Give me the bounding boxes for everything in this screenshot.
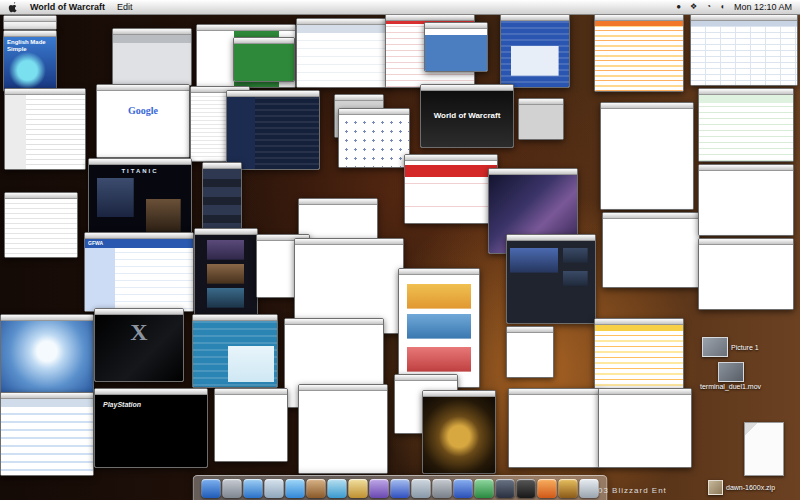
keychain-icon[interactable]: ● [676, 3, 681, 11]
window-thumbnail-browser2[interactable] [0, 392, 94, 476]
window-thumbnail-plain[interactable] [698, 164, 794, 236]
window-body [399, 275, 479, 387]
window-thumbnail-plain[interactable] [508, 388, 602, 468]
window-body [234, 44, 294, 81]
window-thumbnail-plain[interactable] [506, 326, 554, 378]
window-body [507, 333, 553, 377]
window-body [1, 399, 93, 475]
window-thumbnail-plain[interactable] [214, 388, 288, 462]
window-thumbnail-macosx[interactable]: X [94, 308, 184, 382]
airport-icon[interactable]: ◔ [706, 3, 711, 11]
window-thumbnail-video-dark[interactable] [506, 234, 596, 324]
window-thumbnail-plain[interactable] [698, 238, 794, 310]
window-thumbnail-plain[interactable] [298, 384, 388, 474]
window-thumbnail-blue-portal[interactable] [500, 14, 570, 88]
window-thumbnail-wow-banner[interactable]: World of Warcraft [420, 84, 514, 148]
window-thumbnail-grey-small[interactable] [518, 98, 564, 140]
apple-menu[interactable] [8, 1, 18, 13]
menu-edit[interactable]: Edit [117, 2, 133, 12]
dock-item-mail[interactable] [265, 479, 284, 498]
apple-icon [8, 1, 18, 13]
dock-item-finder[interactable] [202, 479, 221, 498]
window-body [4, 22, 56, 29]
window-thumbnail-google[interactable]: Google [96, 84, 190, 158]
window-thumbnail-teal[interactable] [192, 314, 278, 388]
menu-bar-status-area: ●❖◔◖ Mon 12:10 AM [676, 2, 792, 12]
dock-item-quicktime[interactable] [391, 479, 410, 498]
window-body [601, 109, 693, 209]
app-menu-title[interactable]: World of Warcraft [30, 2, 105, 12]
window-thumbnail-wow-logo[interactable] [422, 390, 496, 474]
dock-item-trash[interactable] [580, 479, 599, 498]
window-thumbnail-plain[interactable] [598, 388, 692, 468]
window-thumbnail-portal-warm[interactable] [594, 14, 684, 92]
window-thumbnail-tree[interactable] [4, 88, 86, 170]
window-body [5, 199, 77, 257]
window-thumbnail-playstation[interactable]: PlayStation [94, 388, 208, 468]
window-label: PlayStation [95, 395, 207, 408]
dock-item-system-preferences[interactable] [433, 479, 452, 498]
window-thumbnail-green[interactable] [233, 37, 295, 82]
status-icons: ●❖◔◖ [676, 3, 725, 11]
dock-item-imovie[interactable] [370, 479, 389, 498]
window-thumbnail-book[interactable]: English Made Simple [3, 30, 57, 92]
window-thumbnail-red-banner[interactable] [404, 154, 498, 224]
dock-item-ichat[interactable] [286, 479, 305, 498]
window-body [595, 21, 683, 91]
dock-item-itunes[interactable] [328, 479, 347, 498]
dock-item-preview[interactable] [412, 479, 431, 498]
menu-clock[interactable]: Mon 12:10 AM [734, 2, 792, 12]
window-thumbnail-busy-warm[interactable] [594, 318, 684, 398]
window-body [1, 321, 93, 393]
window-thumbnail-field[interactable] [3, 15, 57, 30]
window-body [195, 235, 257, 317]
window-body [339, 115, 409, 167]
dock [193, 475, 608, 500]
window-label: TITANIC [89, 168, 191, 174]
volume-icon[interactable]: ◖ [720, 3, 725, 11]
window-label: X [95, 319, 183, 346]
window-thumbnail-table[interactable] [690, 14, 798, 86]
window-label: World of Warcraft [421, 111, 513, 120]
window-body [507, 241, 595, 323]
window-body [699, 95, 793, 161]
dock-item-grab[interactable] [223, 479, 242, 498]
window-label: GFWA [85, 239, 193, 247]
window-body: English Made Simple [4, 37, 56, 91]
window-thumbnail-grey-app[interactable] [112, 28, 192, 86]
window-body: World of Warcraft [421, 91, 513, 147]
window-thumbnail-blue-content[interactable] [424, 22, 488, 72]
window-thumbnail-navy[interactable] [226, 90, 320, 170]
displays-icon[interactable]: ❖ [690, 3, 697, 11]
dock-item-wow[interactable] [559, 479, 578, 498]
window-thumbnail-comic[interactable] [398, 268, 480, 388]
window-body: PlayStation [95, 395, 207, 467]
dock-item-safari[interactable] [244, 479, 263, 498]
window-thumbnail-icons-white[interactable] [338, 108, 410, 168]
window-body [509, 395, 601, 467]
window-body [423, 397, 495, 473]
window-body [113, 35, 191, 85]
window-thumbnail-white-green-text[interactable] [698, 88, 794, 162]
window-thumbnail-list[interactable] [4, 192, 78, 258]
dock-item-terminal[interactable] [517, 479, 536, 498]
dock-item-firefox[interactable] [538, 479, 557, 498]
window-thumbnail-forum-blue[interactable]: GFWA [84, 232, 194, 312]
window-body: X [95, 315, 183, 381]
dock-item-word[interactable] [454, 479, 473, 498]
window-thumbnail-posters-dark[interactable] [194, 228, 258, 318]
window-label: English Made Simple [4, 37, 56, 55]
dock-item-address-book[interactable] [307, 479, 326, 498]
window-body [699, 245, 793, 309]
dock-item-photoshop[interactable] [496, 479, 515, 498]
window-body [595, 325, 683, 397]
window-thumbnail-plain[interactable] [602, 212, 700, 288]
window-thumbnail-imac-blue[interactable] [0, 314, 94, 394]
dock-item-excel[interactable] [475, 479, 494, 498]
window-body [215, 395, 287, 461]
window-body [691, 21, 797, 85]
dock-item-iphoto[interactable] [349, 479, 368, 498]
window-thumbnail-plain[interactable] [600, 102, 694, 210]
window-thumbnail-browser[interactable] [296, 18, 390, 88]
window-body [599, 395, 691, 467]
